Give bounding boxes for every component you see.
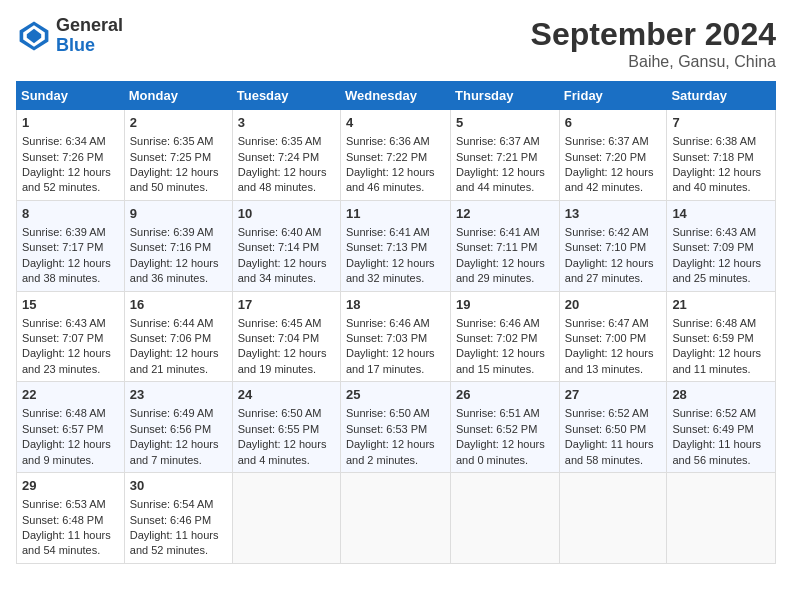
day-info: and 23 minutes.	[22, 362, 119, 377]
day-info: Sunrise: 6:35 AM	[238, 134, 335, 149]
day-info: Sunrise: 6:46 AM	[346, 316, 445, 331]
day-info: and 4 minutes.	[238, 453, 335, 468]
day-info: Sunset: 7:26 PM	[22, 150, 119, 165]
title-block: September 2024 Baihe, Gansu, China	[531, 16, 776, 71]
day-number: 2	[130, 114, 227, 132]
table-row: 1Sunrise: 6:34 AMSunset: 7:26 PMDaylight…	[17, 110, 125, 201]
day-number: 27	[565, 386, 662, 404]
day-info: and 2 minutes.	[346, 453, 445, 468]
day-info: Sunrise: 6:49 AM	[130, 406, 227, 421]
day-info: Sunrise: 6:44 AM	[130, 316, 227, 331]
day-info: Daylight: 12 hours	[565, 256, 662, 271]
table-row: 6Sunrise: 6:37 AMSunset: 7:20 PMDaylight…	[559, 110, 667, 201]
table-row: 8Sunrise: 6:39 AMSunset: 7:17 PMDaylight…	[17, 200, 125, 291]
day-info: Sunrise: 6:34 AM	[22, 134, 119, 149]
day-number: 30	[130, 477, 227, 495]
day-info: Sunrise: 6:52 AM	[672, 406, 770, 421]
table-row: 22Sunrise: 6:48 AMSunset: 6:57 PMDayligh…	[17, 382, 125, 473]
location-subtitle: Baihe, Gansu, China	[531, 53, 776, 71]
day-info: and 32 minutes.	[346, 271, 445, 286]
table-row: 13Sunrise: 6:42 AMSunset: 7:10 PMDayligh…	[559, 200, 667, 291]
day-info: Sunrise: 6:45 AM	[238, 316, 335, 331]
day-info: Daylight: 12 hours	[456, 165, 554, 180]
day-info: Daylight: 12 hours	[130, 437, 227, 452]
day-info: Daylight: 12 hours	[130, 346, 227, 361]
day-info: Daylight: 12 hours	[456, 256, 554, 271]
day-info: Sunrise: 6:37 AM	[565, 134, 662, 149]
day-info: Daylight: 12 hours	[672, 165, 770, 180]
day-info: and 9 minutes.	[22, 453, 119, 468]
table-row: 4Sunrise: 6:36 AMSunset: 7:22 PMDaylight…	[340, 110, 450, 201]
day-info: Daylight: 12 hours	[672, 346, 770, 361]
day-info: Sunset: 7:17 PM	[22, 240, 119, 255]
day-info: Daylight: 12 hours	[346, 346, 445, 361]
table-row: 15Sunrise: 6:43 AMSunset: 7:07 PMDayligh…	[17, 291, 125, 382]
day-number: 11	[346, 205, 445, 223]
day-info: Sunset: 7:16 PM	[130, 240, 227, 255]
day-info: Sunrise: 6:54 AM	[130, 497, 227, 512]
col-sunday: Sunday	[17, 82, 125, 110]
day-info: and 0 minutes.	[456, 453, 554, 468]
month-title: September 2024	[531, 16, 776, 53]
day-info: and 27 minutes.	[565, 271, 662, 286]
col-saturday: Saturday	[667, 82, 776, 110]
day-number: 12	[456, 205, 554, 223]
table-row: 16Sunrise: 6:44 AMSunset: 7:06 PMDayligh…	[124, 291, 232, 382]
table-row	[232, 473, 340, 564]
day-number: 8	[22, 205, 119, 223]
day-number: 1	[22, 114, 119, 132]
day-number: 7	[672, 114, 770, 132]
day-info: Sunset: 6:50 PM	[565, 422, 662, 437]
table-row: 3Sunrise: 6:35 AMSunset: 7:24 PMDaylight…	[232, 110, 340, 201]
table-row: 17Sunrise: 6:45 AMSunset: 7:04 PMDayligh…	[232, 291, 340, 382]
day-info: Sunrise: 6:39 AM	[22, 225, 119, 240]
day-info: Sunset: 7:00 PM	[565, 331, 662, 346]
day-info: Daylight: 12 hours	[130, 165, 227, 180]
day-info: Sunrise: 6:50 AM	[346, 406, 445, 421]
day-info: and 7 minutes.	[130, 453, 227, 468]
day-number: 14	[672, 205, 770, 223]
day-number: 17	[238, 296, 335, 314]
day-info: Sunset: 6:55 PM	[238, 422, 335, 437]
day-info: and 46 minutes.	[346, 180, 445, 195]
day-info: Sunset: 7:06 PM	[130, 331, 227, 346]
day-number: 16	[130, 296, 227, 314]
day-info: and 29 minutes.	[456, 271, 554, 286]
table-row: 11Sunrise: 6:41 AMSunset: 7:13 PMDayligh…	[340, 200, 450, 291]
day-info: Sunset: 7:02 PM	[456, 331, 554, 346]
col-wednesday: Wednesday	[340, 82, 450, 110]
table-row	[559, 473, 667, 564]
day-info: Sunset: 7:10 PM	[565, 240, 662, 255]
day-info: and 17 minutes.	[346, 362, 445, 377]
day-info: Sunrise: 6:36 AM	[346, 134, 445, 149]
table-row: 30Sunrise: 6:54 AMSunset: 6:46 PMDayligh…	[124, 473, 232, 564]
day-info: Sunset: 6:57 PM	[22, 422, 119, 437]
day-number: 28	[672, 386, 770, 404]
table-row	[340, 473, 450, 564]
day-info: Daylight: 12 hours	[456, 437, 554, 452]
day-info: Sunrise: 6:43 AM	[22, 316, 119, 331]
day-info: and 11 minutes.	[672, 362, 770, 377]
day-number: 15	[22, 296, 119, 314]
day-info: Sunset: 6:53 PM	[346, 422, 445, 437]
day-info: Sunrise: 6:53 AM	[22, 497, 119, 512]
day-number: 20	[565, 296, 662, 314]
day-info: and 56 minutes.	[672, 453, 770, 468]
day-info: Sunset: 7:24 PM	[238, 150, 335, 165]
table-row: 10Sunrise: 6:40 AMSunset: 7:14 PMDayligh…	[232, 200, 340, 291]
logo-icon	[16, 18, 52, 54]
day-number: 13	[565, 205, 662, 223]
day-number: 6	[565, 114, 662, 132]
table-row	[667, 473, 776, 564]
col-friday: Friday	[559, 82, 667, 110]
day-info: Daylight: 11 hours	[565, 437, 662, 452]
day-info: Daylight: 12 hours	[238, 256, 335, 271]
day-number: 25	[346, 386, 445, 404]
day-number: 19	[456, 296, 554, 314]
day-info: Daylight: 12 hours	[346, 437, 445, 452]
day-info: Daylight: 12 hours	[565, 346, 662, 361]
day-info: and 44 minutes.	[456, 180, 554, 195]
day-info: and 52 minutes.	[22, 180, 119, 195]
calendar-row: 1Sunrise: 6:34 AMSunset: 7:26 PMDaylight…	[17, 110, 776, 201]
day-info: Sunset: 6:46 PM	[130, 513, 227, 528]
